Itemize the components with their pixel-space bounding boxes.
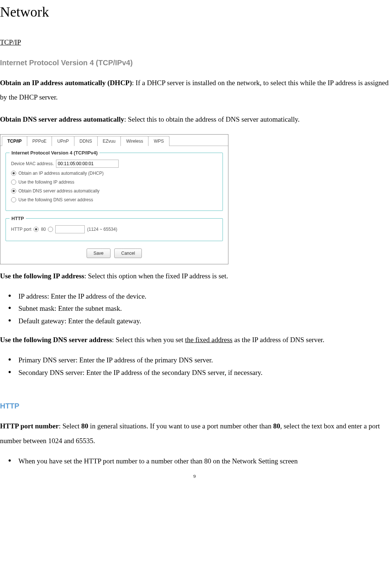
button-row: Save Cancel bbox=[6, 248, 223, 258]
mac-label: Device MAC address. bbox=[11, 160, 54, 167]
tab-ezvuu[interactable]: EZvuu bbox=[97, 136, 121, 146]
ipv4-fieldset: Internet Protocol Version 4 (TCP/IPv4) D… bbox=[6, 153, 223, 211]
list-item: Primary DNS server: Enter the IP address… bbox=[8, 355, 389, 366]
dhcp-paragraph: Obtain an IP address automatically (DHCP… bbox=[0, 76, 389, 105]
tab-tcpip[interactable]: TCP/IP bbox=[2, 136, 27, 146]
mac-row: Device MAC address. bbox=[11, 160, 217, 168]
http-port-80a: 80 bbox=[81, 422, 88, 430]
radio-usedns[interactable] bbox=[11, 197, 16, 202]
dns-auto-paragraph: Obtain DNS server address automatically:… bbox=[0, 112, 389, 127]
mac-input[interactable] bbox=[56, 160, 119, 168]
tab-wps[interactable]: WPS bbox=[148, 136, 169, 146]
tcpip-settings-figure: TCP/IP PPPoE UPnP DDNS EZvuu Wireless WP… bbox=[0, 134, 228, 264]
radio-useip-row[interactable]: Use the following IP address bbox=[11, 179, 217, 185]
dns-auto-text: : Select this to obtain the address of D… bbox=[124, 115, 300, 123]
http-port-paragraph: HTTP port number: Select 80 in general s… bbox=[0, 419, 389, 448]
http-port-range: (1124 ~ 65534) bbox=[87, 226, 117, 233]
radio-useip[interactable] bbox=[11, 180, 16, 185]
tcpip-link[interactable]: TCP/IP bbox=[0, 37, 389, 48]
use-ip-label: Use the following IP address bbox=[0, 272, 84, 280]
radio-http-custom[interactable] bbox=[48, 227, 53, 232]
http-port-row: HTTP port 80 (1124 ~ 65534) bbox=[11, 225, 217, 233]
http-port-label: HTTP port bbox=[11, 226, 31, 233]
list-item: IP address: Enter the IP address of the … bbox=[8, 291, 389, 302]
http-legend: HTTP bbox=[10, 215, 26, 222]
radio-usedns-row[interactable]: Use the following DNS server address bbox=[11, 196, 217, 203]
page-number: 9 bbox=[0, 473, 389, 480]
ip-bullet-list: IP address: Enter the IP address of the … bbox=[0, 291, 389, 327]
use-dns-text-underline: the fixed address bbox=[185, 336, 232, 344]
radio-dhcp[interactable] bbox=[11, 171, 16, 176]
ipv4-legend: Internet Protocol Version 4 (TCP/IPv4) bbox=[10, 149, 99, 157]
radio-dnsauto-label: Obtain DNS server address automatically bbox=[18, 188, 99, 194]
tab-wireless[interactable]: Wireless bbox=[120, 136, 148, 146]
save-button[interactable]: Save bbox=[87, 248, 111, 258]
ipv4-heading: Internet Protocol Version 4 (TCP/IPv4) bbox=[0, 57, 389, 68]
tab-bar: TCP/IP PPPoE UPnP DDNS EZvuu Wireless WP… bbox=[0, 135, 228, 146]
http-port-80: 80 bbox=[41, 226, 46, 233]
use-dns-label: Use the following DNS server address bbox=[0, 336, 112, 344]
http-fieldset: HTTP HTTP port 80 (1124 ~ 65534) bbox=[6, 218, 223, 241]
use-ip-text: : Select this option when the fixed IP a… bbox=[84, 272, 228, 280]
use-dns-paragraph: Use the following DNS server address: Se… bbox=[0, 333, 389, 347]
list-item: When you have set the HTTP port number t… bbox=[8, 456, 389, 467]
http-port-text-a: : Select bbox=[59, 422, 81, 430]
radio-dhcp-row[interactable]: Obtain an IP address automatically (DHCP… bbox=[11, 170, 217, 177]
tab-upnp[interactable]: UPnP bbox=[52, 136, 74, 146]
dhcp-label: Obtain an IP address automatically (DHCP… bbox=[0, 79, 132, 87]
dns-auto-label: Obtain DNS server address automatically bbox=[0, 115, 124, 123]
http-heading: HTTP bbox=[0, 400, 389, 411]
http-port-text-b: in general situations. If you want to us… bbox=[88, 422, 273, 430]
list-item: Secondary DNS server: Enter the IP addre… bbox=[8, 367, 389, 378]
radio-dnsauto[interactable] bbox=[11, 188, 16, 194]
http-bullet-list: When you have set the HTTP port number t… bbox=[0, 456, 389, 467]
list-item: Subnet mask: Enter the subnet mask. bbox=[8, 303, 389, 314]
page-title: Network bbox=[0, 1, 389, 22]
dns-bullet-list: Primary DNS server: Enter the IP address… bbox=[0, 355, 389, 378]
radio-dnsauto-row[interactable]: Obtain DNS server address automatically bbox=[11, 188, 217, 194]
radio-http-80[interactable] bbox=[34, 227, 39, 232]
http-port-label: HTTP port number bbox=[0, 422, 59, 430]
tab-ddns[interactable]: DDNS bbox=[74, 136, 98, 146]
http-port-input[interactable] bbox=[55, 225, 85, 233]
cancel-button[interactable]: Cancel bbox=[114, 248, 142, 258]
use-dns-text-b: as the IP address of DNS server. bbox=[232, 336, 324, 344]
use-ip-paragraph: Use the following IP address: Select thi… bbox=[0, 269, 389, 284]
tab-pppoe[interactable]: PPPoE bbox=[27, 136, 52, 146]
radio-dhcp-label: Obtain an IP address automatically (DHCP… bbox=[18, 170, 104, 177]
list-item: Default gateway: Enter the default gatew… bbox=[8, 316, 389, 327]
radio-usedns-label: Use the following DNS server address bbox=[18, 196, 93, 203]
radio-useip-label: Use the following IP address bbox=[18, 179, 74, 185]
http-port-80b: 80 bbox=[273, 422, 280, 430]
use-dns-text-a: : Select this when you set bbox=[112, 336, 185, 344]
